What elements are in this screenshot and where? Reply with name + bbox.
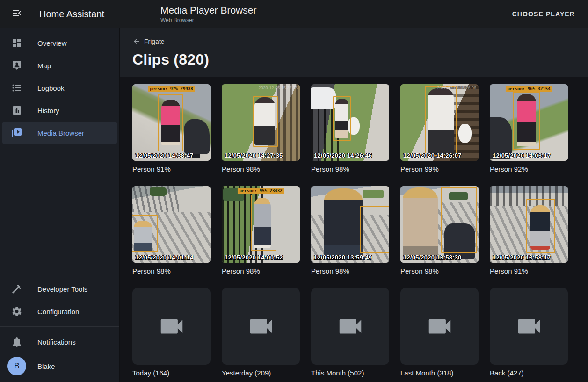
breadcrumb-label: Frigate <box>144 38 165 45</box>
sidebar-item-configuration[interactable]: Configuration <box>2 300 117 323</box>
clip-timestamp: 12/05/2020 13:58:17 <box>493 254 551 261</box>
clip-card[interactable]: 12/05/2020 13:58:30 Person 98% <box>400 186 479 275</box>
detection-chip: person: 95% 23432 <box>237 188 284 194</box>
sidebar-item-label: History <box>37 107 59 115</box>
folder-card-last-month[interactable]: Last Month (318) <box>400 288 479 377</box>
folder-card-this-month[interactable]: This Month (502) <box>311 288 389 377</box>
folder-thumbnail[interactable] <box>490 288 568 365</box>
back-arrow-icon <box>132 37 140 45</box>
scene-prop <box>311 87 336 110</box>
detection-bbox <box>253 96 278 147</box>
sidebar: Overview Map Logbook <box>0 28 120 382</box>
sidebar-item-label: Notifications <box>37 338 76 346</box>
menu-open-icon <box>11 7 22 21</box>
media-grid-container: person: 97% 29988 12/05/2020 14:38:47 Pe… <box>120 77 588 382</box>
clip-label: Person 98% <box>400 267 479 275</box>
folder-label: Yesterday (209) <box>222 369 300 377</box>
folder-label: Last Month (318) <box>400 369 479 377</box>
choose-player-button[interactable]: CHOOSE PLAYER <box>508 7 579 22</box>
scene-prop <box>184 119 210 154</box>
clip-card[interactable]: 12/05/2020 14:26:46 Person 98% <box>311 84 389 173</box>
clip-card[interactable]: 12/05/2020 13:58:17 Person 91% <box>490 186 568 275</box>
folder-card-back[interactable]: Back (427) <box>490 288 568 377</box>
detection-bbox <box>333 96 351 141</box>
detection-bbox <box>158 94 183 151</box>
menu-toggle-button[interactable] <box>8 6 25 22</box>
detection-chip: person: 96% 32154 <box>505 86 552 92</box>
detection-chip: person: 97% 29988 <box>148 86 195 92</box>
sidebar-item-label: Map <box>37 62 51 70</box>
bell-icon <box>11 336 22 347</box>
scene-overlay <box>277 84 300 161</box>
folder-label: Today (164) <box>132 369 211 377</box>
clip-card[interactable]: person: 96% 32154 12/05/2020 14:03:17 Pe… <box>490 84 568 173</box>
clip-timestamp: 12/05/2020 14:38:47 <box>135 152 194 159</box>
clip-timestamp: 12/05/2020 14:01:14 <box>135 254 194 261</box>
person-figure <box>403 187 438 259</box>
folder-thumbnail[interactable] <box>400 288 479 365</box>
panel-subtitle: Web Browser <box>160 17 256 23</box>
clip-card[interactable]: 12/05/2020 13:59:49 Person 98% <box>311 186 389 275</box>
clip-card[interactable]: 2020-12-05 15:27:35 12/05/2020 14:27:35 … <box>222 84 300 173</box>
folder-card-yesterday[interactable]: Yesterday (209) <box>222 288 300 377</box>
detection-bbox <box>425 86 457 156</box>
clip-thumbnail[interactable]: 12/05/2020 13:59:49 <box>311 186 389 263</box>
video-camera-icon <box>515 312 544 341</box>
clip-thumbnail[interactable]: 12/05/2020 13:58:17 <box>490 186 568 263</box>
sidebar-item-logbook[interactable]: Logbook <box>2 77 117 99</box>
clip-thumbnail[interactable]: 2020-12-05 15:26:06 12/05/2020 14:26:07 <box>400 84 479 161</box>
clip-thumbnail[interactable]: 12/05/2020 13:58:30 <box>400 186 479 263</box>
detection-bbox <box>513 92 540 150</box>
clip-label: Person 92% <box>490 165 568 173</box>
video-camera-icon <box>425 312 454 341</box>
profile-name: Blake <box>37 362 55 370</box>
clip-timestamp: 12/05/2020 14:27:35 <box>225 152 283 159</box>
detection-bbox <box>360 206 389 254</box>
sidebar-item-history[interactable]: History <box>2 99 117 122</box>
clip-label: Person 98% <box>311 267 389 275</box>
clip-card[interactable]: person: 97% 29988 12/05/2020 14:38:47 Pe… <box>132 84 211 173</box>
folder-card-today[interactable]: Today (164) <box>132 288 211 377</box>
folder-label: This Month (502) <box>311 369 389 377</box>
detection-bbox <box>526 199 555 253</box>
folder-thumbnail[interactable] <box>311 288 389 365</box>
sidebar-item-profile[interactable]: B Blake <box>2 353 117 379</box>
clip-thumbnail[interactable]: 12/05/2020 14:26:46 <box>311 84 389 161</box>
sidebar-item-overview[interactable]: Overview <box>2 32 117 54</box>
clip-thumbnail[interactable]: 12/05/2020 14:01:14 <box>132 186 211 263</box>
detection-bbox <box>132 215 158 252</box>
sidebar-item-map[interactable]: Map <box>2 54 117 77</box>
clip-thumbnail[interactable]: person: 96% 32154 12/05/2020 14:03:17 <box>490 84 568 161</box>
folder-thumbnail[interactable] <box>222 288 300 365</box>
logbook-list-icon <box>11 82 22 94</box>
dashboard-icon <box>11 37 22 49</box>
sidebar-item-notifications[interactable]: Notifications <box>2 331 117 353</box>
page-title: Clips (820) <box>132 51 575 68</box>
sidebar-item-developer-tools[interactable]: Developer Tools <box>2 278 117 300</box>
clip-thumbnail[interactable]: person: 97% 29988 12/05/2020 14:38:47 <box>132 84 211 161</box>
sidebar-item-media-browser[interactable]: Media Browser <box>2 122 117 144</box>
sidebar-item-label: Developer Tools <box>37 285 87 293</box>
sidebar-item-label: Logbook <box>37 84 65 92</box>
clip-label: Person 98% <box>132 267 211 275</box>
folder-label: Back (427) <box>490 369 568 377</box>
gear-icon <box>11 306 22 317</box>
clip-thumbnail[interactable]: 2020-12-05 15:27:35 12/05/2020 14:27:35 <box>222 84 300 161</box>
media-grid: person: 97% 29988 12/05/2020 14:38:47 Pe… <box>132 84 575 377</box>
clip-timestamp: 12/05/2020 14:00:52 <box>225 254 283 261</box>
clip-card[interactable]: 12/05/2020 14:01:14 Person 98% <box>132 186 211 275</box>
folder-thumbnail[interactable] <box>132 288 211 365</box>
clip-thumbnail[interactable]: person: 95% 23432 12/05/2020 14:00:52 <box>222 186 300 263</box>
breadcrumb[interactable]: Frigate <box>132 37 165 45</box>
sidebar-item-label: Overview <box>37 39 67 47</box>
main-content: Frigate Clips (820) <box>120 28 588 382</box>
clip-timestamp: 12/05/2020 13:58:30 <box>403 254 462 261</box>
scene-prop <box>363 190 384 198</box>
video-camera-icon <box>247 312 276 341</box>
scene-prop <box>150 187 167 196</box>
clip-card[interactable]: person: 95% 23432 12/05/2020 14:00:52 Pe… <box>222 186 300 275</box>
camera-watermark: 2020-12-05 15:26:06 <box>437 86 476 90</box>
clip-label: Person 91% <box>490 267 568 275</box>
top-app-bar: Home Assistant Media Player Browser Web … <box>0 0 588 28</box>
clip-card[interactable]: 2020-12-05 15:26:06 12/05/2020 14:26:07 … <box>400 84 479 173</box>
